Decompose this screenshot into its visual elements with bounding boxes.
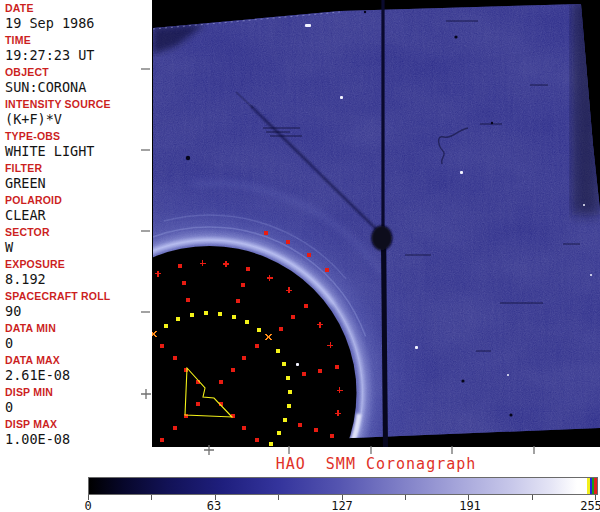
metadata-field: EXPOSURE8.192 [0, 258, 152, 290]
colorbar [88, 477, 598, 495]
metadata-field: DATA MAX2.61E-08 [0, 354, 152, 386]
red-square-mark [286, 240, 290, 244]
yellow-square-mark [287, 404, 291, 408]
metadata-field-value: 2.61E-08 [5, 367, 152, 384]
colorbar-label: 63 [207, 499, 221, 512]
dark-speck [364, 11, 366, 13]
red-square-mark [279, 327, 283, 331]
red-square-mark [335, 365, 339, 369]
yellow-square-mark [218, 312, 222, 316]
yellow-square-mark [164, 324, 168, 328]
colorbar-label: 127 [331, 499, 353, 512]
red-square-mark [236, 299, 240, 303]
colorbar-label: 191 [459, 499, 481, 512]
metadata-field-label: OBJECT [5, 66, 152, 79]
bright-speck [415, 346, 418, 349]
yellow-square-mark [204, 311, 208, 315]
red-square-mark [242, 356, 246, 360]
dark-speck [509, 413, 512, 416]
metadata-field: DATA MIN0 [0, 322, 152, 354]
metadata-field-label: DISP MIN [5, 386, 152, 399]
red-square-mark [330, 434, 334, 438]
metadata-field: FILTERGREEN [0, 162, 152, 194]
red-square-mark [173, 356, 177, 360]
metadata-field-label: DATE [5, 2, 152, 15]
red-square-mark [241, 283, 245, 287]
red-square-mark [231, 368, 235, 372]
colorbar-overlay-stripes [587, 478, 597, 494]
colorbar-label: 255 [580, 499, 600, 512]
metadata-field-value: 19 Sep 1986 [5, 15, 152, 32]
red-square-mark [178, 264, 182, 268]
red-square-mark [255, 438, 259, 442]
metadata-field-value: 0 [5, 335, 152, 352]
yellow-square-mark [276, 349, 280, 353]
metadata-field-value: 90 [5, 303, 152, 320]
metadata-field-value: 8.192 [5, 271, 152, 288]
metadata-field-value: 1.00E-08 [5, 431, 152, 448]
red-square-mark [182, 281, 186, 285]
metadata-field-value: CLEAR [5, 207, 152, 224]
bright-speck [590, 274, 592, 276]
red-square-mark [304, 304, 308, 308]
red-square-mark [242, 426, 246, 430]
yellow-square-mark [245, 320, 249, 324]
smm-coronagraph-viewer: DATE19 Sep 1986TIME19:27:23 UTOBJECTSUN:… [0, 0, 600, 512]
yellow-square-mark [286, 376, 290, 380]
dark-speck [491, 122, 493, 124]
yellow-square-mark [257, 328, 261, 332]
metadata-field-value: SUN:CORONA [5, 79, 152, 96]
metadata-field-label: INTENSITY SOURCE [5, 98, 152, 111]
metadata-field: TYPE-OBSWHITE LIGHT [0, 130, 152, 162]
bright-speck [340, 96, 343, 99]
metadata-field-label: TYPE-OBS [5, 130, 152, 143]
metadata-field-value: GREEN [5, 175, 152, 192]
bright-speck [305, 24, 311, 27]
red-square-mark [219, 380, 223, 384]
dark-speck [454, 35, 457, 38]
metadata-field-label: DATA MIN [5, 322, 152, 335]
red-square-mark [302, 372, 306, 376]
red-square-mark [264, 231, 268, 235]
colorbar-scale: 063127191255 [0, 495, 600, 512]
red-square-mark [173, 426, 177, 430]
red-square-mark [318, 369, 322, 373]
metadata-panel: DATE19 Sep 1986TIME19:27:23 UTOBJECTSUN:… [0, 0, 152, 447]
metadata-field: DISP MIN0 [0, 386, 152, 418]
bright-speck [460, 171, 463, 174]
red-square-mark [255, 344, 259, 348]
yellow-square-mark [232, 315, 236, 319]
metadata-field-label: FILTER [5, 162, 152, 175]
metadata-field-value: (K+F)*V [5, 111, 152, 128]
metadata-field-label: SPACECRAFT ROLL [5, 290, 152, 303]
colorbar-tick [405, 495, 406, 500]
metadata-field: POLAROIDCLEAR [0, 194, 152, 226]
metadata-field: SPACECRAFT ROLL90 [0, 290, 152, 322]
yellow-square-mark [282, 362, 286, 366]
metadata-field: TIME19:27:23 UT [0, 34, 152, 66]
metadata-field: OBJECTSUN:CORONA [0, 66, 152, 98]
colorbar-gradient [89, 478, 587, 494]
metadata-field-label: DATA MAX [5, 354, 152, 367]
red-square-mark [160, 438, 164, 442]
colorbar-stripe [594, 478, 597, 494]
red-square-mark [325, 268, 329, 272]
metadata-field-value: 19:27:23 UT [5, 47, 152, 64]
red-square-mark [160, 344, 164, 348]
coronagraph-svg [152, 0, 600, 447]
colorbar-label: 0 [84, 499, 91, 512]
bright-speck [507, 374, 509, 376]
dark-speck [461, 379, 464, 382]
red-square-mark [196, 402, 200, 406]
yellow-square-mark [283, 418, 287, 422]
colorbar-tick [532, 495, 533, 500]
red-square-mark [291, 315, 295, 319]
metadata-field-value: 0 [5, 399, 152, 416]
yellow-square-mark [288, 390, 292, 394]
pylon-blob [371, 226, 392, 251]
image-title: HAO SMM Coronagraph [152, 455, 600, 475]
colorbar-tick [151, 495, 152, 500]
red-square-mark [246, 267, 250, 271]
metadata-field: INTENSITY SOURCE(K+F)*V [0, 98, 152, 130]
red-square-mark [186, 298, 190, 302]
